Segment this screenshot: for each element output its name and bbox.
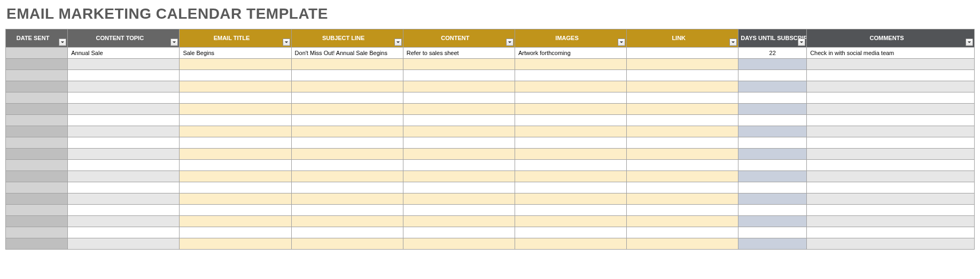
cell-content[interactable] [403,70,515,81]
cell-days_until[interactable] [738,149,807,160]
cell-email_title[interactable] [180,227,291,238]
cell-comments[interactable] [807,182,975,193]
cell-content_topic[interactable] [68,171,180,182]
filter-dropdown-icon[interactable] [798,38,805,46]
cell-subject_line[interactable] [291,137,403,149]
cell-subject_line[interactable] [291,70,403,81]
filter-dropdown-icon[interactable] [283,38,290,46]
cell-content_topic[interactable] [68,227,180,238]
cell-days_until[interactable] [738,104,807,115]
cell-days_until[interactable] [738,205,807,216]
cell-date_sent[interactable] [6,115,68,126]
cell-date_sent[interactable] [6,238,68,250]
cell-subject_line[interactable] [291,171,403,182]
cell-subject_line[interactable] [291,205,403,216]
cell-comments[interactable] [807,193,975,205]
cell-email_title[interactable] [180,115,291,126]
cell-content[interactable] [403,149,515,160]
cell-link[interactable] [627,115,738,126]
filter-dropdown-icon[interactable] [59,38,66,46]
cell-content_topic[interactable] [68,104,180,115]
filter-dropdown-icon[interactable] [170,38,178,46]
cell-days_until[interactable] [738,227,807,238]
filter-dropdown-icon[interactable] [966,38,973,46]
cell-date_sent[interactable] [6,227,68,238]
cell-content[interactable] [403,115,515,126]
cell-comments[interactable] [807,238,975,250]
cell-email_title[interactable] [180,238,291,250]
cell-link[interactable] [627,149,738,160]
cell-subject_line[interactable] [291,149,403,160]
cell-content[interactable] [403,182,515,193]
cell-subject_line[interactable] [291,160,403,171]
cell-images[interactable]: Artwork forthcoming [515,48,626,59]
cell-subject_line[interactable] [291,115,403,126]
cell-link[interactable] [627,70,738,81]
cell-images[interactable] [515,205,626,216]
cell-subject_line[interactable] [291,238,403,250]
cell-content[interactable] [403,137,515,149]
cell-images[interactable] [515,104,626,115]
cell-images[interactable] [515,149,626,160]
cell-email_title[interactable] [180,160,291,171]
cell-comments[interactable] [807,205,975,216]
cell-days_until[interactable] [738,182,807,193]
cell-email_title[interactable] [180,149,291,160]
cell-comments[interactable] [807,70,975,81]
cell-date_sent[interactable] [6,205,68,216]
cell-comments[interactable]: Check in with social media team [807,48,975,59]
cell-images[interactable] [515,70,626,81]
cell-content_topic[interactable] [68,182,180,193]
cell-content_topic[interactable] [68,81,180,92]
cell-images[interactable] [515,92,626,104]
cell-images[interactable] [515,227,626,238]
cell-date_sent[interactable] [6,149,68,160]
cell-content_topic[interactable] [68,205,180,216]
cell-content_topic[interactable] [68,59,180,70]
cell-date_sent[interactable] [6,70,68,81]
cell-email_title[interactable] [180,171,291,182]
cell-comments[interactable] [807,104,975,115]
cell-days_until[interactable] [738,81,807,92]
cell-date_sent[interactable] [6,193,68,205]
cell-date_sent[interactable] [6,171,68,182]
cell-date_sent[interactable] [6,182,68,193]
cell-content_topic[interactable] [68,115,180,126]
cell-content_topic[interactable]: Annual Sale [68,48,180,59]
cell-content[interactable] [403,104,515,115]
cell-link[interactable] [627,81,738,92]
cell-date_sent[interactable] [6,160,68,171]
cell-comments[interactable] [807,149,975,160]
filter-dropdown-icon[interactable] [729,38,737,46]
cell-date_sent[interactable] [6,81,68,92]
cell-email_title[interactable] [180,182,291,193]
cell-images[interactable] [515,216,626,227]
cell-link[interactable] [627,92,738,104]
cell-days_until[interactable] [738,115,807,126]
cell-days_until[interactable] [738,238,807,250]
cell-content[interactable] [403,81,515,92]
cell-content_topic[interactable] [68,193,180,205]
cell-link[interactable] [627,126,738,137]
cell-comments[interactable] [807,126,975,137]
cell-email_title[interactable] [180,137,291,149]
cell-content[interactable] [403,238,515,250]
cell-images[interactable] [515,126,626,137]
cell-images[interactable] [515,238,626,250]
cell-email_title[interactable]: Sale Begins [180,48,291,59]
cell-date_sent[interactable] [6,137,68,149]
cell-days_until[interactable] [738,171,807,182]
cell-comments[interactable] [807,115,975,126]
cell-email_title[interactable] [180,81,291,92]
cell-content[interactable] [403,126,515,137]
cell-date_sent[interactable] [6,104,68,115]
cell-comments[interactable] [807,227,975,238]
cell-content_topic[interactable] [68,70,180,81]
cell-days_until[interactable] [738,137,807,149]
cell-email_title[interactable] [180,126,291,137]
cell-date_sent[interactable] [6,59,68,70]
cell-days_until[interactable] [738,70,807,81]
cell-content[interactable] [403,205,515,216]
cell-content[interactable] [403,227,515,238]
cell-content[interactable]: Refer to sales sheet [403,48,515,59]
